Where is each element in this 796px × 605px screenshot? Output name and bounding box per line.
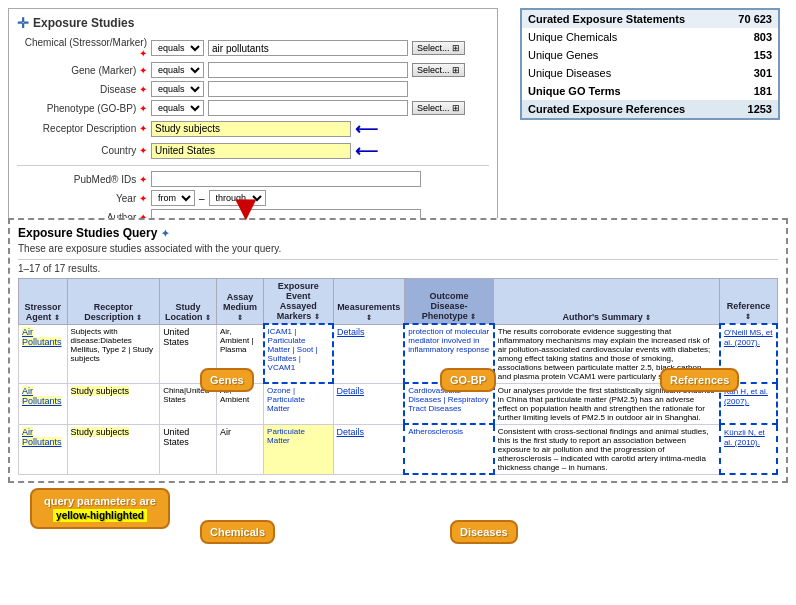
result-row-4: Air Pollutants Study subjects United Sta… xyxy=(19,424,778,474)
gene-input[interactable] xyxy=(208,62,408,78)
stats-label-go: Unique GO Terms xyxy=(522,82,724,100)
col-markers: ExposureEventAssayedMarkers ⇕ xyxy=(264,279,333,325)
phenotype-operator[interactable]: equals xyxy=(151,100,204,116)
stats-label-curated: Curated Exposure Statements xyxy=(522,10,724,28)
exposure-query-results: Exposure Studies Query ✦ These are expos… xyxy=(8,218,788,483)
stats-label-genes: Unique Genes xyxy=(522,46,724,64)
col-location: StudyLocation ⇕ xyxy=(160,279,217,325)
country-input[interactable] xyxy=(151,143,351,159)
stats-label-chemicals: Unique Chemicals xyxy=(522,28,724,46)
disease-label: Disease ✦ xyxy=(17,84,147,95)
gene-label: Gene (Marker) ✦ xyxy=(17,65,147,76)
country-row: Country ✦ ⟵ xyxy=(17,141,489,160)
compass-icon: ✛ xyxy=(17,15,29,31)
receptor-3: Study subjects xyxy=(71,386,130,396)
col-measurements: Measurements ⇕ xyxy=(333,279,404,325)
summary-4: Consistent with cross-sectional findings… xyxy=(494,424,720,474)
receptor-2: Subjects with disease:Diabetes Mellitus,… xyxy=(67,324,160,383)
year-from[interactable]: from xyxy=(151,190,195,206)
callout-gobp: GO-BP xyxy=(440,368,496,392)
col-medium: AssayMedium ⇕ xyxy=(216,279,263,325)
chemical-operator[interactable]: equals xyxy=(151,40,204,56)
country-arrow: ⟵ xyxy=(355,141,378,160)
stats-value-chemicals: 803 xyxy=(724,28,778,46)
results-count: 1–17 of 17 results. xyxy=(18,259,778,274)
results-title-icon: ✦ xyxy=(161,228,169,239)
disease-operator[interactable]: equals xyxy=(151,81,204,97)
stressor-2[interactable]: Air Pollutants xyxy=(22,327,62,347)
form-title: ✛ Exposure Studies xyxy=(17,15,489,31)
receptor-row: Receptor Description ✦ ⟵ xyxy=(17,119,489,138)
phenotype-row: Phenotype (GO-BP) ✦ equals Select... ⊞ xyxy=(17,100,489,116)
query-text: query parameters are xyxy=(44,495,156,507)
stats-row-genes: Unique Genes 153 xyxy=(522,46,778,64)
col-receptor: ReceptorDescription ⇕ xyxy=(67,279,160,325)
reference-4[interactable]: Künzli N, et al. (2010). xyxy=(724,428,765,447)
callout-genes: Genes xyxy=(200,368,254,392)
chemical-label: Chemical (Stressor/Marker) ✦ xyxy=(17,37,147,59)
results-subtitle: These are exposure studies associated wi… xyxy=(18,243,778,254)
phenotype-select-btn[interactable]: Select... ⊞ xyxy=(412,101,465,115)
phenotype-label: Phenotype (GO-BP) ✦ xyxy=(17,103,147,114)
gene-operator[interactable]: equals xyxy=(151,62,204,78)
col-stressor: StressorAgent ⇕ xyxy=(19,279,68,325)
chemical-row: Chemical (Stressor/Marker) ✦ equals Sele… xyxy=(17,37,489,59)
stats-value-curated: 70 623 xyxy=(724,10,778,28)
receptor-input[interactable] xyxy=(151,121,351,137)
callout-chemicals: Chemicals xyxy=(200,520,275,544)
stats-row-header: Curated Exposure Statements 70 623 xyxy=(522,10,778,28)
chemical-input[interactable] xyxy=(208,40,408,56)
callout-diseases: Diseases xyxy=(450,520,518,544)
reference-2[interactable]: O'Neill MS, et al. (2007). xyxy=(724,328,773,347)
location-4: United States xyxy=(160,424,217,474)
col-summary: Author's Summary ⇕ xyxy=(494,279,720,325)
chemical-select-btn[interactable]: Select... ⊞ xyxy=(412,41,465,55)
stats-row-chemicals: Unique Chemicals 803 xyxy=(522,28,778,46)
callout-references: References xyxy=(660,368,739,392)
year-dash: – xyxy=(199,193,205,204)
pubmed-input[interactable] xyxy=(151,171,421,187)
col-reference: Reference ⇕ xyxy=(720,279,777,325)
measurements-3[interactable]: Details xyxy=(337,386,365,396)
stats-box: Curated Exposure Statements 70 623 Uniqu… xyxy=(520,8,780,120)
disease-input[interactable] xyxy=(208,81,408,97)
stats-value-go: 181 xyxy=(724,82,778,100)
results-header-row: StressorAgent ⇕ ReceptorDescription ⇕ St… xyxy=(19,279,778,325)
pubmed-label: PubMed® IDs ✦ xyxy=(17,174,147,185)
col-outcome: OutcomeDisease-Phenotype ⇕ xyxy=(404,279,493,325)
pubmed-row: PubMed® IDs ✦ xyxy=(17,171,489,187)
red-arrow: ▼ xyxy=(228,187,264,229)
stats-value-genes: 153 xyxy=(724,46,778,64)
stats-label-references: Curated Exposure References xyxy=(522,100,724,118)
gene-select-btn[interactable]: Select... ⊞ xyxy=(412,63,465,77)
markers-3: Ozone | Particulate Matter xyxy=(264,383,333,424)
year-label: Year ✦ xyxy=(17,193,147,204)
stressor-4[interactable]: Air Pollutants xyxy=(22,427,62,447)
stats-value-references: 1253 xyxy=(724,100,778,118)
stats-row-go: Unique GO Terms 181 xyxy=(522,82,778,100)
stats-row-diseases: Unique Diseases 301 xyxy=(522,64,778,82)
query-highlight-text: yellow-highlighted xyxy=(53,509,147,522)
stats-row-references: Curated Exposure References 1253 xyxy=(522,100,778,118)
phenotype-input[interactable] xyxy=(208,100,408,116)
country-label: Country ✦ xyxy=(17,145,147,156)
disease-row: Disease ✦ equals xyxy=(17,81,489,97)
stressor-3[interactable]: Air Pollutants xyxy=(22,386,62,406)
measurements-2[interactable]: Details xyxy=(337,327,365,337)
stats-table: Curated Exposure Statements 70 623 Uniqu… xyxy=(522,10,778,118)
gene-row: Gene (Marker) ✦ equals Select... ⊞ xyxy=(17,62,489,78)
markers-4: Particulate Matter xyxy=(264,424,333,474)
stats-label-diseases: Unique Diseases xyxy=(522,64,724,82)
receptor-4: Study subjects xyxy=(71,427,130,437)
measurements-4[interactable]: Details xyxy=(337,427,365,437)
medium-4: Air xyxy=(216,424,263,474)
outcome-4: Atherosclerosis xyxy=(404,424,493,474)
receptor-label: Receptor Description ✦ xyxy=(17,123,147,134)
receptor-arrow: ⟵ xyxy=(355,119,378,138)
markers-2: ICAM1 | Particulate Matter | Soot | Sulf… xyxy=(264,324,333,383)
results-title: Exposure Studies Query ✦ xyxy=(18,226,778,240)
stats-value-diseases: 301 xyxy=(724,64,778,82)
callout-query: query parameters are yellow-highlighted xyxy=(30,488,170,529)
